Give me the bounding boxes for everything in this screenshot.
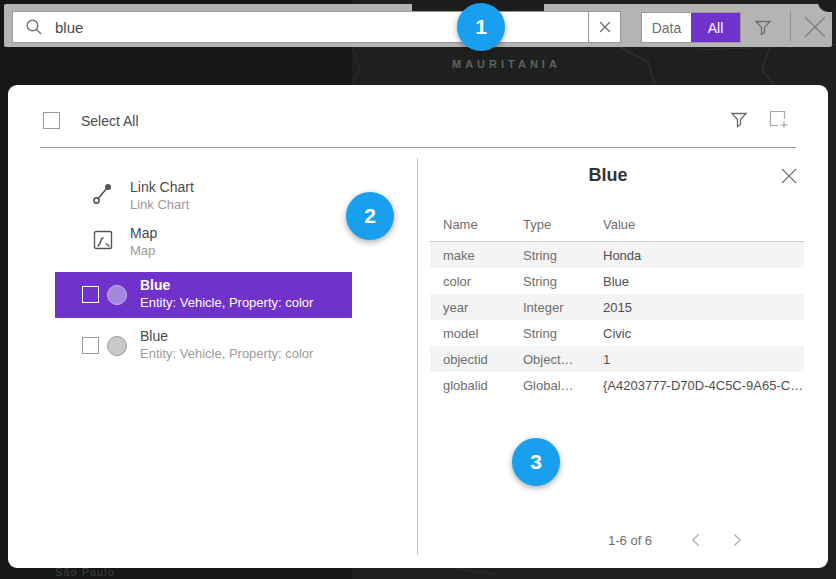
result-subtitle: Entity: Vehicle, Property: color — [140, 345, 313, 362]
header-divider — [40, 147, 796, 148]
chevron-right-icon — [733, 533, 742, 547]
table-row: objectid Object… 1 — [430, 346, 804, 372]
funnel-icon — [753, 17, 773, 37]
attribute-rows: make String Honda color String Blue year… — [430, 242, 804, 398]
column-header-value: Value — [590, 217, 804, 232]
cell-value: 2015 — [590, 300, 804, 315]
chevron-left-icon — [691, 533, 700, 547]
result-item-blue-selected[interactable]: Blue Entity: Vehicle, Property: color — [55, 272, 352, 318]
callout-badge-2: 2 — [346, 192, 394, 240]
cell-type: String — [510, 248, 590, 263]
scope-option-data[interactable]: Data — [642, 13, 691, 42]
callout-badge-3: 3 — [512, 438, 560, 486]
select-all-row: Select All — [43, 112, 139, 129]
entity-circle-icon — [107, 285, 127, 305]
result-item-blue[interactable]: Blue Entity: Vehicle, Property: color — [55, 323, 352, 369]
table-row: color String Blue — [430, 268, 804, 294]
result-subtitle: Link Chart — [130, 196, 194, 213]
result-checkbox[interactable] — [82, 337, 99, 354]
filter-button[interactable] — [751, 14, 775, 40]
result-subtitle: Entity: Vehicle, Property: color — [140, 294, 313, 311]
cell-name: color — [430, 274, 510, 289]
table-row: model String Civic — [430, 320, 804, 346]
cell-type: String — [510, 274, 590, 289]
result-checkbox[interactable] — [82, 286, 99, 303]
cell-name: make — [430, 248, 510, 263]
pagination-label: 1-6 of 6 — [608, 533, 652, 548]
result-title: Map — [130, 225, 157, 242]
result-title: Blue — [140, 328, 313, 345]
result-title: Blue — [140, 277, 313, 294]
close-icon — [802, 14, 828, 40]
link-chart-icon — [91, 182, 115, 206]
cell-name: globalid — [430, 378, 510, 393]
funnel-icon — [729, 110, 749, 130]
scope-option-all[interactable]: All — [691, 13, 740, 42]
detail-close-button[interactable] — [778, 165, 800, 187]
pagination-next-button[interactable] — [722, 530, 752, 550]
column-header-name: Name — [430, 217, 510, 232]
search-input[interactable] — [55, 19, 588, 36]
cell-type: Integer — [510, 300, 590, 315]
clear-search-button[interactable] — [588, 11, 621, 43]
close-search-button[interactable] — [800, 12, 830, 42]
detail-title: Blue — [433, 165, 783, 186]
cell-type: String — [510, 326, 590, 341]
search-results-panel: Select All Link Chart Link — [8, 85, 828, 568]
clear-x-icon — [599, 21, 611, 33]
column-header-type: Type — [510, 217, 590, 232]
list-detail-divider — [417, 158, 418, 555]
result-subtitle: Map — [130, 242, 157, 259]
cell-type: Global… — [510, 378, 590, 393]
result-item-link-chart[interactable]: Link Chart Link Chart — [55, 174, 352, 220]
add-selection-icon — [768, 109, 790, 131]
pagination-prev-button[interactable] — [680, 530, 710, 550]
result-item-map[interactable]: Map Map — [55, 220, 352, 266]
table-row: year Integer 2015 — [430, 294, 804, 320]
table-row: make String Honda — [430, 242, 804, 268]
close-icon — [780, 167, 798, 185]
search-icon — [25, 18, 43, 36]
pagination: 1-6 of 6 — [608, 530, 752, 550]
toolbar-divider — [790, 11, 791, 41]
cell-value: Honda — [590, 248, 804, 263]
select-all-checkbox[interactable] — [43, 112, 60, 129]
cell-type: Object… — [510, 352, 590, 367]
attribute-table-header: Name Type Value — [430, 213, 804, 242]
add-to-selection-button[interactable] — [766, 107, 792, 133]
cell-name: objectid — [430, 352, 510, 367]
results-filter-button[interactable] — [727, 108, 751, 132]
callout-badge-1: 1 — [457, 3, 505, 51]
search-scope-toggle: Data All — [641, 12, 741, 43]
map-label-mauritania: MAURITANIA — [452, 58, 561, 70]
cell-value: 1 — [590, 352, 804, 367]
select-all-label: Select All — [81, 113, 139, 129]
cell-value: Blue — [590, 274, 804, 289]
cell-name: year — [430, 300, 510, 315]
cell-value: {A4203777-D70D-4C5C-9A65-C… — [590, 378, 804, 393]
result-title: Link Chart — [130, 179, 194, 196]
map-icon — [93, 230, 113, 250]
entity-circle-icon — [107, 336, 127, 356]
attribute-table: Name Type Value make String Honda color … — [430, 213, 804, 398]
cell-name: model — [430, 326, 510, 341]
cell-value: Civic — [590, 326, 804, 341]
table-row: globalid Global… {A4203777-D70D-4C5C-9A6… — [430, 372, 804, 398]
